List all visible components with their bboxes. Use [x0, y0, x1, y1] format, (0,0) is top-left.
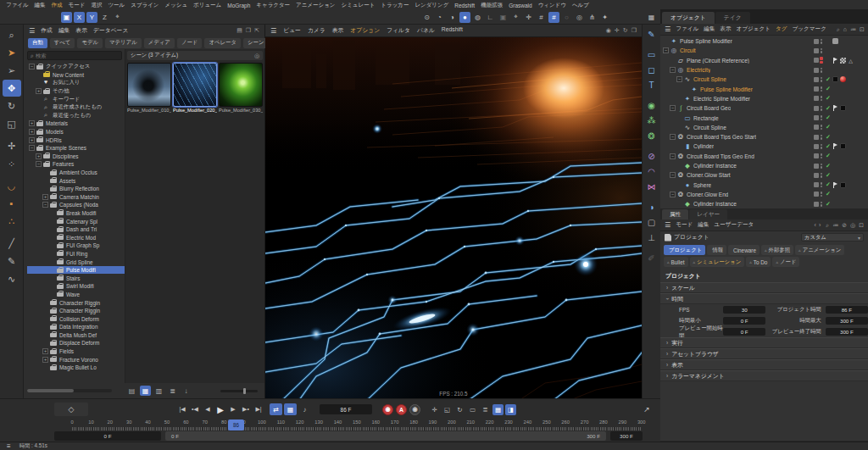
asset-thumbnail[interactable]: Pulse_Modifier_020_E..: [173, 63, 217, 113]
panel-tab[interactable]: 属性: [662, 209, 688, 219]
rotate-tool-icon[interactable]: ↻: [3, 97, 21, 114]
expand-toggle-icon[interactable]: [676, 163, 682, 169]
menu-item[interactable]: ファイル: [676, 25, 698, 33]
tree-item[interactable]: + Models: [27, 128, 125, 136]
record-keyframe-button[interactable]: ◉: [382, 404, 393, 415]
enable-toggle[interactable]: ✓: [824, 153, 832, 159]
forward-icon[interactable]: ›: [819, 222, 821, 228]
popout-icon[interactable]: ⇱: [254, 27, 259, 34]
filter-tab[interactable]: マテリアル: [105, 38, 142, 48]
panel-menu-icon[interactable]: ☰: [665, 25, 670, 33]
key-rotation-icon[interactable]: ↻: [454, 404, 465, 415]
home-icon[interactable]: ⌂: [843, 26, 847, 33]
object-row[interactable]: Cylinder Instance ✓: [660, 199, 868, 208]
key-scale-icon[interactable]: ◱: [442, 404, 453, 415]
object-row[interactable]: − Circuit Spline ✓: [660, 75, 868, 84]
spline-scatter-icon[interactable]: ∴: [3, 213, 21, 230]
enable-toggle[interactable]: ✓: [824, 172, 832, 179]
menu-item[interactable]: 編集: [58, 26, 70, 35]
enable-toggle[interactable]: ✓: [824, 105, 832, 112]
target-icon[interactable]: ◎: [850, 222, 855, 229]
sound-icon[interactable]: ♪: [298, 403, 311, 415]
lock-z-icon[interactable]: Z: [99, 12, 110, 23]
value-field[interactable]: 30: [723, 306, 765, 314]
expand-toggle-icon[interactable]: +: [36, 88, 42, 94]
quarter-sphere-icon[interactable]: ◔: [434, 12, 445, 23]
tree-item[interactable]: Blurry Reflection: [27, 185, 125, 193]
expand-toggle-icon[interactable]: −: [29, 145, 35, 151]
enable-toggle[interactable]: ✓: [824, 124, 832, 131]
tree-item[interactable]: Displace Deform: [27, 339, 125, 347]
expand-toggle-icon[interactable]: +: [42, 194, 48, 200]
rectangle-icon[interactable]: ▭: [644, 47, 659, 61]
tree-item[interactable]: New Content: [27, 71, 125, 80]
menu-item[interactable]: Redshift: [442, 26, 463, 35]
tree-item[interactable]: Break Modifi: [27, 209, 125, 218]
find-icon[interactable]: ⌕: [3, 26, 21, 43]
enable-toggle[interactable]: ✓: [824, 76, 832, 83]
star-icon[interactable]: ✦: [599, 12, 610, 23]
expand-toggle-icon[interactable]: [42, 324, 48, 330]
brush-icon[interactable]: ✐: [644, 251, 659, 264]
autokey-button[interactable]: A: [396, 404, 407, 415]
tree-item[interactable]: + HDRIs: [27, 136, 125, 144]
coord-system-icon[interactable]: ⌖: [112, 12, 123, 23]
text-icon[interactable]: T: [644, 78, 659, 92]
status-menu-icon[interactable]: ≡: [7, 442, 11, 450]
keyframe-bar-icon[interactable]: ▦: [284, 403, 297, 415]
expand-toggle-icon[interactable]: +: [36, 153, 42, 159]
menu-item[interactable]: 作成: [41, 26, 53, 35]
window-tab[interactable]: オブジェクト: [662, 12, 715, 24]
expand-toggle-icon[interactable]: [49, 226, 55, 232]
menu-item[interactable]: モード: [676, 221, 693, 229]
maximize-view-icon[interactable]: ❐: [632, 27, 637, 34]
filter-icon[interactable]: ≔: [850, 26, 856, 33]
next-key-button[interactable]: ▶•: [240, 403, 252, 416]
visibility-dots[interactable]: [819, 39, 824, 44]
spline-mask-icon[interactable]: ⊘: [644, 149, 659, 163]
prev-frame-button[interactable]: ◀: [202, 403, 214, 416]
tree-item[interactable]: + Fields: [27, 347, 125, 356]
menu-item[interactable]: オブジェクト: [737, 25, 771, 33]
cloner-icon[interactable]: ⁂: [644, 114, 659, 127]
view-history-icon[interactable]: ↻: [623, 27, 628, 34]
expand-toggle-icon[interactable]: [42, 186, 48, 192]
lock-y-icon[interactable]: Y: [86, 12, 97, 23]
enable-toggle[interactable]: ✓: [824, 134, 832, 141]
expand-toggle-icon[interactable]: [49, 251, 55, 257]
filter-tab[interactable]: ノード: [177, 38, 202, 48]
tree-item[interactable]: Character Riggin: [27, 307, 125, 315]
search-icon[interactable]: ⌕: [837, 26, 840, 33]
menu-item[interactable]: タグ: [776, 25, 787, 33]
object-tag[interactable]: [840, 182, 846, 188]
enable-toggle[interactable]: ✓: [824, 201, 832, 208]
value-field[interactable]: 0 F: [723, 328, 765, 336]
menu-item[interactable]: Graswald: [509, 3, 531, 8]
menu-item[interactable]: トラッカー: [381, 2, 409, 9]
knife-icon[interactable]: ╱: [3, 235, 21, 252]
play-button[interactable]: ▶: [214, 403, 226, 416]
symmetry-icon[interactable]: ⋈: [644, 180, 659, 193]
attribute-tab[interactable]: 情報: [707, 245, 726, 255]
tree-item[interactable]: − Example Scenes: [27, 144, 125, 153]
lock-x-icon[interactable]: X: [74, 12, 85, 23]
goto-start-button[interactable]: |◀: [176, 403, 188, 416]
lock-icon[interactable]: ⊘: [842, 222, 847, 229]
edit-icon[interactable]: ⊡: [860, 26, 865, 33]
section-scale[interactable]: › スケール: [660, 282, 868, 293]
object-row[interactable]: Pulse Spline Modifier: [660, 36, 868, 46]
object-row[interactable]: − Circuit Board Tips Geo Start ✓: [660, 132, 868, 142]
tree-item[interactable]: − Capsules (Noda: [27, 201, 125, 209]
section-header-row[interactable]: › 実行: [660, 337, 868, 348]
section-header-row[interactable]: › カラーマネジメント: [660, 370, 868, 381]
live-selection-icon[interactable]: ➤: [3, 44, 21, 61]
shaded-sphere-icon[interactable]: ●: [459, 12, 470, 23]
object-row[interactable]: − Circuit: [660, 46, 868, 55]
expand-toggle-icon[interactable]: [676, 96, 682, 102]
spline-arc-icon[interactable]: ◡: [3, 177, 21, 194]
menu-item[interactable]: レンダリング: [415, 2, 448, 9]
axis-corner-icon[interactable]: ∟: [485, 12, 496, 23]
expand-toggle-icon[interactable]: [49, 210, 55, 216]
expand-toggle-icon[interactable]: [36, 113, 42, 119]
expand-toggle-icon[interactable]: [49, 267, 55, 273]
